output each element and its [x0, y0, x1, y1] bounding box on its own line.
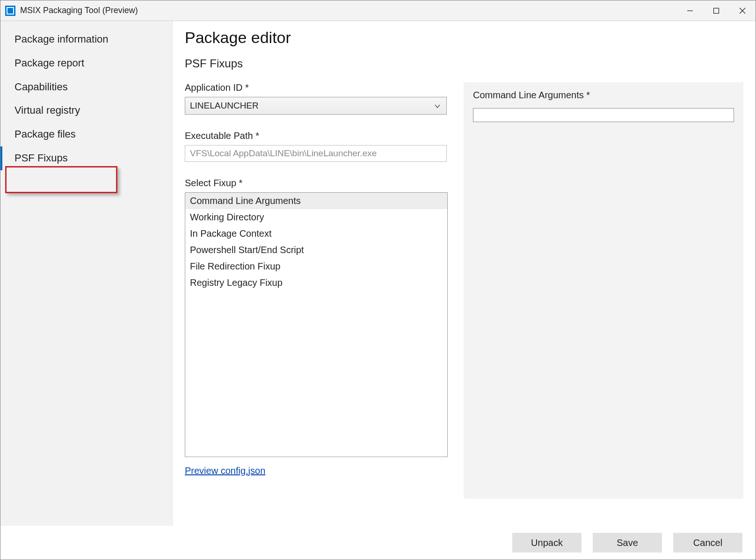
fixup-item-powershell-script[interactable]: Powershell Start/End Script [185, 242, 447, 258]
sidebar-item-package-files[interactable]: Package files [0, 123, 172, 146]
fixup-item-in-package-context[interactable]: In Package Context [185, 225, 447, 242]
application-id-select[interactable]: LINELAUNCHER [185, 97, 447, 115]
main-content: Package editor PSF Fixups Application ID… [173, 21, 756, 526]
sidebar-item-package-report[interactable]: Package report [0, 51, 172, 75]
cancel-button[interactable]: Cancel [673, 533, 742, 553]
close-icon [739, 7, 746, 14]
executable-path-label: Executable Path * [185, 131, 450, 141]
sidebar: Package information Package report Capab… [0, 21, 173, 526]
form-right-panel: Command Line Arguments * [464, 82, 743, 499]
maximize-icon [713, 7, 720, 14]
fixup-item-file-redirection[interactable]: File Redirection Fixup [185, 258, 447, 275]
executable-path-input[interactable]: VFS\Local AppData\LINE\bin\LineLauncher.… [185, 145, 447, 162]
fixup-item-working-directory[interactable]: Working Directory [185, 209, 447, 225]
sidebar-item-virtual-registry[interactable]: Virtual registry [0, 99, 172, 123]
command-line-args-label: Command Line Arguments * [473, 90, 734, 101]
application-id-label: Application ID * [185, 82, 450, 93]
maximize-button[interactable] [703, 0, 729, 21]
close-button[interactable] [729, 0, 756, 21]
save-button[interactable]: Save [593, 533, 662, 553]
unpack-button[interactable]: Unpack [512, 533, 582, 553]
sidebar-item-capabilities[interactable]: Capabilities [0, 75, 172, 99]
titlebar: MSIX Packaging Tool (Preview) [0, 0, 756, 21]
sidebar-item-package-information[interactable]: Package information [0, 28, 172, 51]
minimize-button[interactable] [677, 0, 703, 21]
fixup-item-command-line-arguments[interactable]: Command Line Arguments [185, 193, 447, 209]
window-title: MSIX Packaging Tool (Preview) [20, 6, 138, 15]
svg-rect-1 [714, 8, 719, 13]
select-fixup-label: Select Fixup * [185, 178, 450, 189]
fixup-listbox[interactable]: Command Line Arguments Working Directory… [185, 192, 448, 457]
application-id-value: LINELAUNCHER [190, 101, 259, 111]
footer: Unpack Save Cancel [0, 526, 756, 560]
body: Package information Package report Capab… [0, 21, 756, 526]
executable-path-value: VFS\Local AppData\LINE\bin\LineLauncher.… [190, 148, 377, 159]
sidebar-item-psf-fixups[interactable]: PSF Fixups [0, 146, 172, 170]
fixup-item-registry-legacy[interactable]: Registry Legacy Fixup [185, 275, 447, 291]
page-title: Package editor [185, 29, 744, 47]
command-line-args-input[interactable] [473, 108, 734, 122]
app-icon [5, 6, 15, 16]
app-window: MSIX Packaging Tool (Preview) Package in… [0, 0, 756, 560]
section-title: PSF Fixups [185, 57, 744, 70]
preview-config-link[interactable]: Preview config.json [185, 465, 265, 476]
minimize-icon [687, 7, 693, 14]
chevron-down-icon [434, 103, 441, 109]
form-row: Application ID * LINELAUNCHER Executable… [185, 82, 744, 499]
form-left-column: Application ID * LINELAUNCHER Executable… [185, 82, 450, 499]
